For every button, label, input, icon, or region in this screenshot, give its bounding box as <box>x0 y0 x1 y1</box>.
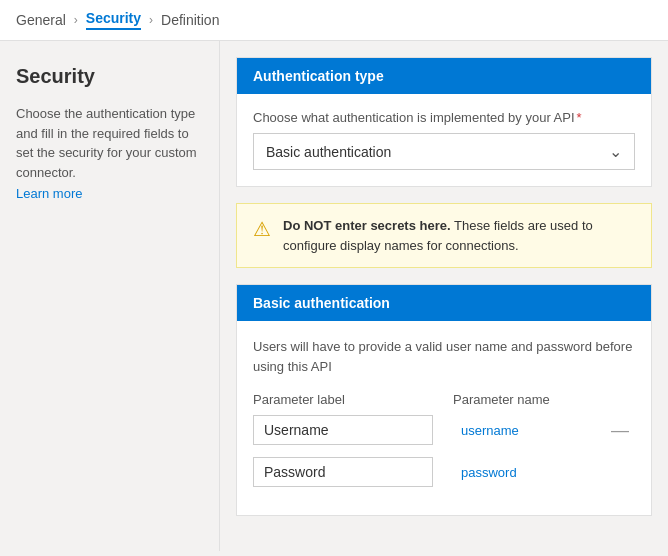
param-action-cell-username: — <box>611 420 635 441</box>
chevron-right-icon-2: › <box>149 13 153 27</box>
param-table-header: Parameter label Parameter name <box>253 392 635 407</box>
chevron-right-icon-1: › <box>74 13 78 27</box>
param-row-password: password <box>253 457 635 487</box>
basic-auth-description: Users will have to provide a valid user … <box>253 337 635 376</box>
basic-auth-body: Users will have to provide a valid user … <box>237 321 651 515</box>
sidebar: Security Choose the authentication type … <box>0 41 220 551</box>
param-name-cell-username: username <box>453 423 611 438</box>
sidebar-description-text: Choose the authentication type and fill … <box>16 106 197 180</box>
param-input-cell-password <box>253 457 453 487</box>
username-param-name: username <box>461 423 519 438</box>
param-input-cell-username <box>253 415 453 445</box>
warning-text: Do NOT enter secrets here. These fields … <box>283 216 635 255</box>
sidebar-description: Choose the authentication type and fill … <box>16 104 203 204</box>
warning-icon: ⚠ <box>253 217 271 241</box>
auth-type-header: Authentication type <box>237 58 651 94</box>
main-layout: Security Choose the authentication type … <box>0 41 668 551</box>
breadcrumb: General › Security › Definition <box>0 0 668 41</box>
basic-auth-header: Basic authentication <box>237 285 651 321</box>
auth-type-dropdown[interactable]: Basic authentication ⌄ <box>253 133 635 170</box>
required-indicator: * <box>577 110 582 125</box>
param-table: Parameter label Parameter name username <box>253 392 635 487</box>
chevron-down-icon: ⌄ <box>609 142 622 161</box>
param-col-name-header: Parameter name <box>453 392 611 407</box>
warning-box: ⚠ Do NOT enter secrets here. These field… <box>236 203 652 268</box>
param-name-cell-password: password <box>453 465 611 480</box>
param-row-username: username — <box>253 415 635 445</box>
breadcrumb-definition[interactable]: Definition <box>161 12 219 28</box>
param-col-label-header: Parameter label <box>253 392 453 407</box>
auth-type-body: Choose what authentication is implemente… <box>237 94 651 186</box>
password-label-input[interactable] <box>253 457 433 487</box>
warning-text-strong: Do NOT enter secrets here. <box>283 218 451 233</box>
auth-type-selected-value: Basic authentication <box>266 144 391 160</box>
password-param-name: password <box>461 465 517 480</box>
breadcrumb-security[interactable]: Security <box>86 10 141 30</box>
remove-username-button[interactable]: — <box>611 420 629 440</box>
auth-type-card: Authentication type Choose what authenti… <box>236 57 652 187</box>
auth-type-label: Choose what authentication is implemente… <box>253 110 635 125</box>
content-area: Authentication type Choose what authenti… <box>220 41 668 551</box>
breadcrumb-general[interactable]: General <box>16 12 66 28</box>
learn-more-link[interactable]: Learn more <box>16 184 82 204</box>
sidebar-title: Security <box>16 65 203 88</box>
basic-auth-card: Basic authentication Users will have to … <box>236 284 652 516</box>
username-label-input[interactable] <box>253 415 433 445</box>
